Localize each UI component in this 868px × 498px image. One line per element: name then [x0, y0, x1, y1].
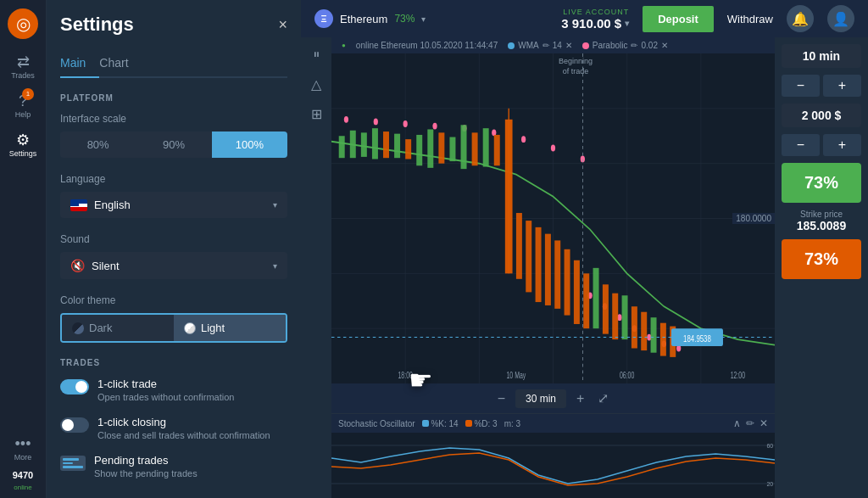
- time-display: 10 min: [782, 44, 861, 68]
- theme-light-button[interactable]: Light: [174, 315, 286, 341]
- more-icon: •••: [15, 436, 31, 451]
- one-click-trade-toggle[interactable]: [60, 379, 89, 394]
- tab-main[interactable]: Main: [60, 49, 99, 78]
- wma-close-icon[interactable]: ✕: [565, 41, 572, 50]
- oscillator-header: Stochastic Oscillator %K: 14 %D: 3 m: 3: [331, 414, 775, 433]
- time-controls: − +: [782, 75, 861, 97]
- theme-buttons: Dark Light: [60, 313, 287, 343]
- svg-rect-39: [483, 128, 489, 166]
- parabolic-close-icon[interactable]: ✕: [661, 41, 668, 50]
- sidebar-item-label-trades: Trades: [11, 71, 35, 80]
- theme-dark-button[interactable]: Dark: [62, 315, 174, 341]
- svg-rect-36: [449, 137, 455, 162]
- trade-up-button[interactable]: 73%: [782, 163, 861, 203]
- oscillator-edit-button[interactable]: ✏: [746, 417, 754, 429]
- scale-90-button[interactable]: 90%: [136, 131, 211, 158]
- svg-rect-55: [632, 306, 637, 348]
- wma-dot: [508, 42, 515, 49]
- asset-name: Ethereum: [340, 13, 387, 25]
- trades-label: TRADES: [60, 358, 287, 367]
- user-count: 9470: [13, 470, 33, 480]
- wma-edit-icon[interactable]: ✏: [542, 41, 549, 50]
- account-balance: 3 910.00 $ ▾: [561, 16, 629, 31]
- trade-down-button[interactable]: 73%: [782, 239, 861, 279]
- price-label-180: 180.0000: [732, 213, 775, 224]
- amount-minus-button[interactable]: −: [782, 134, 820, 156]
- fullscreen-button[interactable]: ⤢: [594, 387, 612, 410]
- zoom-out-button[interactable]: −: [494, 388, 509, 410]
- svg-rect-48: [565, 249, 570, 316]
- asset-dropdown-icon: ▾: [421, 14, 426, 24]
- svg-rect-47: [554, 240, 560, 308]
- down-pct: 73%: [788, 249, 854, 269]
- settings-title: Settings: [60, 14, 134, 36]
- layout-tool-icon[interactable]: ⊞: [308, 103, 326, 126]
- user-avatar[interactable]: 👤: [827, 5, 854, 32]
- amount-controls: − +: [782, 134, 861, 156]
- svg-rect-34: [427, 129, 433, 167]
- language-dropdown[interactable]: English ▾: [60, 192, 287, 218]
- parabolic-value: 0.02: [641, 41, 657, 50]
- sidebar-item-label-more: More: [14, 453, 32, 462]
- time-minus-button[interactable]: −: [782, 75, 820, 97]
- scale-100-button[interactable]: 100%: [212, 131, 287, 158]
- chart-bottom-toolbar: − 30 min + ⤢: [331, 383, 775, 413]
- sound-dropdown[interactable]: 🔇 Silent ▾: [60, 252, 287, 279]
- slider-bar-2: [63, 462, 73, 465]
- pending-trades-sublabel: Show the pending trades: [94, 468, 198, 478]
- online-dot: ●: [342, 42, 346, 49]
- svg-rect-53: [612, 294, 618, 339]
- slider-bar-3: [63, 466, 83, 468]
- deposit-button[interactable]: Deposit: [643, 6, 714, 32]
- pending-trades-slider[interactable]: [60, 456, 86, 471]
- sidebar-item-trades[interactable]: ⇄ Trades: [0, 49, 46, 85]
- amount-plus-button[interactable]: +: [823, 134, 861, 156]
- scale-buttons: 80% 90% 100%: [60, 131, 287, 158]
- asset-selector[interactable]: Ξ Ethereum 73% ▾: [314, 9, 426, 28]
- interface-scale-label: Interface scale: [60, 113, 287, 125]
- candlestick-tool-icon[interactable]: 𝄥: [311, 44, 322, 66]
- svg-rect-37: [461, 125, 467, 169]
- oscillator-close-button[interactable]: ✕: [760, 417, 768, 429]
- time-plus-button[interactable]: +: [823, 75, 861, 97]
- svg-rect-30: [383, 131, 389, 158]
- one-click-trade-row: 1-click trade Open trades without confir…: [60, 378, 287, 402]
- k-value: 14: [449, 419, 459, 428]
- svg-rect-49: [574, 260, 580, 324]
- one-click-closing-toggle[interactable]: [60, 417, 89, 433]
- slider-bar-1: [63, 458, 79, 461]
- trading-panel: 10 min − + 2 000 $ − + 73% Strike price …: [775, 37, 868, 498]
- dark-theme-icon: [72, 322, 84, 334]
- tab-chart[interactable]: Chart: [99, 49, 142, 78]
- d-value: 3: [492, 419, 498, 428]
- svg-point-13: [432, 123, 437, 130]
- oscillator-collapse-button[interactable]: ∧: [733, 417, 741, 429]
- notification-avatar[interactable]: 🔔: [787, 5, 814, 32]
- sidebar-item-settings[interactable]: ⚙ Settings: [0, 127, 46, 163]
- top-bar: Ξ Ethereum 73% ▾ LIVE ACCOUNT 3 910.00 $…: [301, 0, 868, 37]
- withdraw-button[interactable]: Withdraw: [727, 13, 773, 25]
- svg-text:184.9538: 184.9538: [683, 333, 711, 344]
- scale-80-button[interactable]: 80%: [60, 131, 136, 158]
- parabolic-edit-icon[interactable]: ✏: [631, 41, 637, 50]
- app-logo[interactable]: ◎: [8, 8, 38, 39]
- m-label: m:: [504, 419, 514, 428]
- balance-arrow-icon: ▾: [625, 19, 629, 28]
- close-button[interactable]: ×: [278, 16, 287, 34]
- svg-text:12:00: 12:00: [731, 370, 746, 380]
- draw-tool-icon[interactable]: △: [308, 73, 325, 96]
- user-icon: 👤: [832, 11, 849, 27]
- sidebar-item-more[interactable]: ••• More: [0, 431, 46, 467]
- svg-point-12: [403, 120, 408, 127]
- svg-rect-45: [536, 227, 542, 302]
- k-dot: [422, 420, 429, 427]
- svg-point-10: [344, 116, 348, 123]
- sidebar-item-help[interactable]: ? 1 Help: [0, 88, 46, 124]
- asset-icon-char: Ξ: [320, 14, 326, 24]
- svg-rect-54: [622, 295, 628, 339]
- oscillator-controls: ∧ ✏ ✕: [733, 417, 768, 429]
- svg-rect-40: [494, 135, 500, 165]
- svg-rect-35: [438, 132, 444, 163]
- zoom-in-button[interactable]: +: [573, 388, 587, 410]
- parabolic-indicator: Parabolic ✏ 0.02 ✕: [582, 41, 668, 50]
